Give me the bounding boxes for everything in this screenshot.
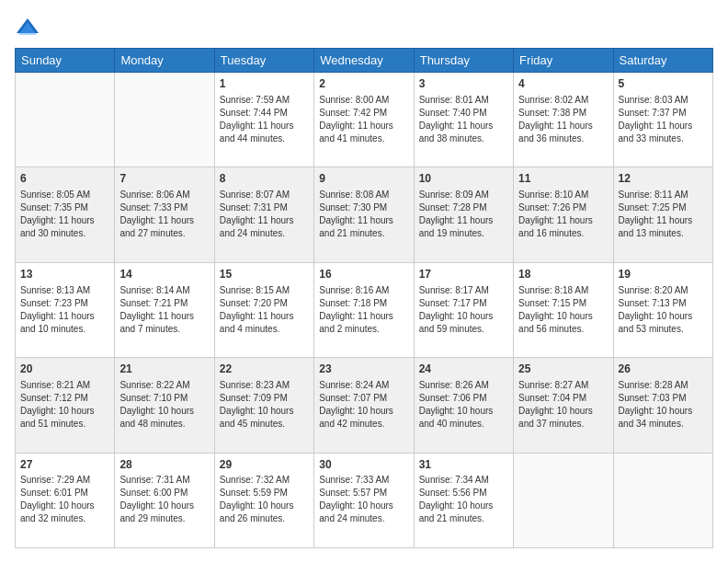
calendar-cell: 4Sunrise: 8:02 AMSunset: 7:38 PMDaylight…	[514, 73, 613, 167]
day-number: 29	[220, 457, 309, 473]
calendar-cell: 28Sunrise: 7:31 AMSunset: 6:00 PMDayligh…	[115, 453, 214, 547]
sunset-text: Sunset: 7:13 PM	[619, 298, 687, 308]
calendar-cell: 5Sunrise: 8:03 AMSunset: 7:37 PMDaylight…	[613, 73, 712, 167]
sunset-text: Sunset: 7:20 PM	[220, 298, 288, 308]
sunset-text: Sunset: 6:01 PM	[20, 488, 88, 498]
sunrise-text: Sunrise: 8:17 AM	[419, 285, 489, 295]
day-number: 28	[119, 457, 209, 473]
calendar-cell: 30Sunrise: 7:33 AMSunset: 5:57 PMDayligh…	[314, 453, 414, 547]
calendar-cell: 21Sunrise: 8:22 AMSunset: 7:10 PMDayligh…	[115, 358, 214, 453]
day-number: 2	[319, 76, 408, 92]
sunset-text: Sunset: 7:42 PM	[319, 108, 387, 118]
sunrise-text: Sunrise: 8:21 AM	[20, 380, 90, 390]
day-number: 24	[419, 362, 508, 377]
sunset-text: Sunset: 7:10 PM	[119, 393, 188, 403]
day-number: 27	[20, 457, 109, 473]
daylight-text: Daylight: 10 hours and 37 minutes.	[518, 406, 593, 429]
daylight-text: Daylight: 10 hours and 21 minutes.	[419, 500, 494, 523]
day-number: 23	[319, 362, 408, 377]
day-number: 8	[220, 171, 309, 187]
daylight-text: Daylight: 11 hours and 13 minutes.	[619, 215, 693, 238]
calendar-cell	[16, 73, 115, 167]
sunrise-text: Sunrise: 8:23 AM	[220, 380, 290, 390]
calendar-cell: 25Sunrise: 8:27 AMSunset: 7:04 PMDayligh…	[514, 358, 613, 453]
sunset-text: Sunset: 6:00 PM	[119, 488, 188, 498]
calendar-cell: 14Sunrise: 8:14 AMSunset: 7:21 PMDayligh…	[115, 262, 214, 357]
sunrise-text: Sunrise: 8:07 AM	[220, 190, 290, 200]
sunrise-text: Sunrise: 8:11 AM	[619, 190, 688, 200]
sunrise-text: Sunrise: 8:02 AM	[518, 95, 588, 105]
daylight-text: Daylight: 10 hours and 24 minutes.	[319, 500, 393, 523]
daylight-text: Daylight: 11 hours and 30 minutes.	[20, 215, 95, 238]
sunset-text: Sunset: 7:30 PM	[319, 202, 387, 213]
calendar-header-row: SundayMondayTuesdayWednesdayThursdayFrid…	[16, 49, 713, 73]
sunrise-text: Sunrise: 8:26 AM	[419, 380, 489, 390]
sunrise-text: Sunrise: 8:05 AM	[20, 190, 90, 200]
daylight-text: Daylight: 11 hours and 4 minutes.	[220, 311, 294, 334]
day-number: 1	[220, 76, 309, 92]
daylight-text: Daylight: 10 hours and 29 minutes.	[119, 500, 194, 523]
sunrise-text: Sunrise: 8:00 AM	[319, 95, 389, 105]
calendar-week-row: 27Sunrise: 7:29 AMSunset: 6:01 PMDayligh…	[16, 453, 713, 547]
calendar-cell: 29Sunrise: 7:32 AMSunset: 5:59 PMDayligh…	[214, 453, 313, 547]
sunset-text: Sunset: 7:06 PM	[419, 393, 487, 403]
sunrise-text: Sunrise: 8:22 AM	[119, 380, 189, 390]
sunrise-text: Sunrise: 7:34 AM	[419, 475, 489, 485]
sunrise-text: Sunrise: 7:33 AM	[319, 475, 389, 485]
day-number: 11	[518, 171, 608, 187]
calendar-cell: 13Sunrise: 8:13 AMSunset: 7:23 PMDayligh…	[16, 262, 115, 357]
day-number: 16	[319, 267, 408, 282]
sunrise-text: Sunrise: 8:06 AM	[119, 190, 189, 200]
day-number: 19	[619, 267, 708, 282]
calendar-cell: 1Sunrise: 7:59 AMSunset: 7:44 PMDaylight…	[214, 73, 313, 167]
daylight-text: Daylight: 11 hours and 16 minutes.	[518, 215, 593, 238]
day-number: 6	[20, 171, 109, 187]
daylight-text: Daylight: 10 hours and 59 minutes.	[419, 311, 494, 334]
calendar-cell: 8Sunrise: 8:07 AMSunset: 7:31 PMDaylight…	[214, 167, 313, 262]
sunrise-text: Sunrise: 8:09 AM	[419, 190, 489, 200]
day-number: 14	[119, 267, 209, 282]
calendar-cell: 31Sunrise: 7:34 AMSunset: 5:56 PMDayligh…	[414, 453, 513, 547]
day-number: 30	[319, 457, 408, 473]
daylight-text: Daylight: 10 hours and 53 minutes.	[619, 311, 693, 334]
calendar-cell: 24Sunrise: 8:26 AMSunset: 7:06 PMDayligh…	[414, 358, 513, 453]
calendar-cell	[514, 453, 613, 547]
calendar-week-row: 1Sunrise: 7:59 AMSunset: 7:44 PMDaylight…	[16, 73, 713, 167]
calendar-cell: 20Sunrise: 8:21 AMSunset: 7:12 PMDayligh…	[16, 358, 115, 453]
sunrise-text: Sunrise: 8:13 AM	[20, 285, 90, 295]
calendar-cell: 22Sunrise: 8:23 AMSunset: 7:09 PMDayligh…	[214, 358, 313, 453]
sunrise-text: Sunrise: 8:03 AM	[619, 95, 688, 105]
daylight-text: Daylight: 11 hours and 7 minutes.	[119, 311, 194, 334]
calendar-header-monday: Monday	[115, 49, 214, 73]
calendar-week-row: 6Sunrise: 8:05 AMSunset: 7:35 PMDaylight…	[16, 167, 713, 262]
sunset-text: Sunset: 5:57 PM	[319, 488, 387, 498]
sunset-text: Sunset: 7:25 PM	[619, 202, 687, 213]
sunrise-text: Sunrise: 7:59 AM	[220, 95, 290, 105]
day-number: 13	[20, 267, 109, 282]
calendar-cell: 19Sunrise: 8:20 AMSunset: 7:13 PMDayligh…	[613, 262, 712, 357]
sunset-text: Sunset: 7:44 PM	[220, 108, 288, 118]
daylight-text: Daylight: 11 hours and 38 minutes.	[419, 121, 494, 144]
calendar-cell: 16Sunrise: 8:16 AMSunset: 7:18 PMDayligh…	[314, 262, 414, 357]
calendar-cell: 15Sunrise: 8:15 AMSunset: 7:20 PMDayligh…	[214, 262, 313, 357]
sunset-text: Sunset: 7:21 PM	[119, 298, 188, 308]
sunrise-text: Sunrise: 8:01 AM	[419, 95, 489, 105]
sunrise-text: Sunrise: 8:15 AM	[220, 285, 290, 295]
calendar-header-sunday: Sunday	[16, 49, 115, 73]
sunset-text: Sunset: 7:37 PM	[619, 108, 687, 118]
calendar-cell: 27Sunrise: 7:29 AMSunset: 6:01 PMDayligh…	[16, 453, 115, 547]
sunset-text: Sunset: 7:33 PM	[119, 202, 188, 213]
calendar-cell: 7Sunrise: 8:06 AMSunset: 7:33 PMDaylight…	[115, 167, 214, 262]
sunrise-text: Sunrise: 8:18 AM	[518, 285, 588, 295]
daylight-text: Daylight: 11 hours and 27 minutes.	[119, 215, 194, 238]
calendar-cell: 10Sunrise: 8:09 AMSunset: 7:28 PMDayligh…	[414, 167, 513, 262]
page: SundayMondayTuesdayWednesdayThursdayFrid…	[0, 0, 728, 563]
daylight-text: Daylight: 10 hours and 56 minutes.	[518, 311, 593, 334]
day-number: 26	[619, 362, 708, 377]
sunrise-text: Sunrise: 8:10 AM	[518, 190, 588, 200]
daylight-text: Daylight: 11 hours and 41 minutes.	[319, 121, 393, 144]
calendar-table: SundayMondayTuesdayWednesdayThursdayFrid…	[15, 48, 713, 548]
daylight-text: Daylight: 11 hours and 33 minutes.	[619, 121, 693, 144]
daylight-text: Daylight: 10 hours and 26 minutes.	[220, 500, 294, 523]
sunset-text: Sunset: 5:56 PM	[419, 488, 487, 498]
